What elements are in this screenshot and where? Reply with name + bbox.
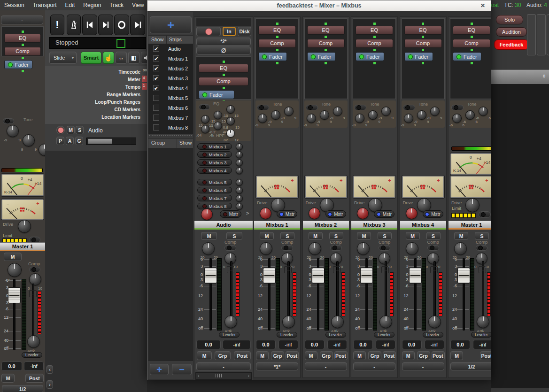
tone-enable-toggle[interactable] — [306, 105, 318, 110]
leveler-button[interactable]: Leveler — [325, 332, 346, 338]
mute-button[interactable]: M — [256, 351, 269, 360]
gain-display[interactable]: 0.0 — [450, 340, 470, 349]
peak-display[interactable]: -inf — [24, 361, 44, 371]
gain-display[interactable]: 0.0 — [1, 361, 22, 371]
track-gain-slider[interactable] — [86, 138, 136, 145]
send-button[interactable]: Mixbus 2 — [197, 151, 232, 158]
fader-handle[interactable] — [312, 268, 325, 284]
fader-handle[interactable] — [263, 268, 276, 284]
strip-mute-button[interactable]: M — [309, 232, 323, 240]
range-tool-button[interactable]: ↔ — [116, 52, 127, 64]
trim-knob[interactable] — [8, 263, 22, 277]
strip-solo-button[interactable]: S — [378, 232, 392, 240]
tone-hi-knob[interactable] — [333, 107, 342, 116]
grab-tool-button[interactable]: ☝ — [103, 52, 114, 64]
strip-visible-checkbox[interactable] — [153, 95, 159, 101]
send-button[interactable]: Mixbus 4 — [197, 167, 232, 174]
master-send-button[interactable]: Mstr — [220, 210, 241, 218]
audition-tool-button[interactable] — [141, 52, 147, 64]
send-level-knob[interactable] — [236, 187, 243, 194]
attack-knob[interactable] — [477, 315, 489, 328]
strip-solo-button[interactable]: S — [329, 232, 343, 240]
pane-splitter[interactable] — [149, 135, 192, 138]
send-button[interactable]: Mixbus 1 — [197, 143, 232, 150]
drive-knob[interactable] — [18, 220, 31, 233]
tone-lo-knob[interactable] — [452, 114, 462, 123]
leveler-button[interactable]: Leveler — [219, 332, 240, 338]
timeline-ruler[interactable]: 0 — [491, 69, 549, 85]
post-button[interactable]: Post — [383, 351, 396, 360]
post-button[interactable]: Post — [334, 351, 348, 360]
gain-display[interactable]: 0.0 — [353, 340, 373, 349]
drive-knob[interactable] — [465, 198, 479, 212]
strip-list-row[interactable]: Mixbus 5 — [148, 93, 193, 103]
comp-enable-toggle[interactable] — [379, 245, 390, 251]
mute-button[interactable]: M — [353, 351, 366, 360]
tone-mid-knob[interactable] — [23, 134, 35, 146]
eq-lo-freq-knob[interactable] — [201, 125, 209, 133]
attack-knob[interactable] — [27, 335, 40, 348]
send-level-knob[interactable] — [236, 167, 243, 174]
tone-hi-knob[interactable] — [430, 107, 440, 116]
eq-mid-gain-knob[interactable] — [214, 111, 222, 119]
pan-knob[interactable] — [406, 208, 418, 219]
processor-eq[interactable]: EQ — [4, 34, 41, 43]
fader-handle[interactable] — [409, 268, 422, 284]
processor-fader[interactable]: Fader — [356, 52, 384, 61]
ruler-label-location-markers[interactable]: Location Markers — [45, 114, 147, 121]
gain-display[interactable]: 0.0 — [305, 340, 325, 349]
track-record-arm-button[interactable] — [56, 126, 65, 134]
scroll-right-button[interactable]: › — [46, 380, 53, 389]
strip-solo-button[interactable]: S — [226, 232, 242, 240]
track-solo-button[interactable]: S — [76, 126, 84, 134]
strip-visible-checkbox[interactable] — [153, 105, 159, 111]
ruler-label-tempo[interactable]: Tempo — [45, 84, 147, 91]
output-button[interactable]: 1/2 — [450, 362, 491, 370]
peak-display[interactable]: -inf — [376, 340, 395, 349]
master-send-button[interactable]: Mstr — [325, 210, 346, 218]
comp-enable-toggle[interactable] — [281, 245, 293, 251]
output-button[interactable]: *1* — [256, 362, 298, 370]
add-group-button[interactable]: + — [150, 364, 169, 375]
gain-display[interactable]: 0.0 — [256, 340, 276, 349]
trim-knob[interactable] — [309, 242, 321, 255]
goto-start-button[interactable] — [82, 15, 97, 35]
group-button[interactable]: Grp — [368, 351, 381, 360]
eq-enable-toggle[interactable] — [199, 104, 210, 110]
comp-enable-toggle[interactable] — [224, 245, 236, 251]
fader-handle[interactable] — [204, 268, 217, 284]
strip-list-row[interactable]: ✔Mixbus 1 — [148, 54, 193, 63]
trim-knob[interactable] — [454, 242, 467, 255]
strip-mute-button[interactable]: M — [454, 232, 468, 240]
processor-fader[interactable]: Fader — [404, 52, 433, 61]
tone-mid-knob[interactable] — [368, 110, 378, 120]
tone-mid-knob[interactable] — [465, 110, 475, 120]
processor-eq[interactable]: EQ — [404, 26, 442, 35]
master-send-button[interactable]: Mstr — [374, 210, 394, 218]
track-name[interactable]: Audio — [88, 127, 103, 134]
comp-threshold-handle[interactable] — [430, 266, 438, 273]
eq-lo-gain-knob[interactable] — [201, 115, 209, 123]
eq-hi-gain-knob[interactable] — [226, 105, 235, 114]
tone-mid-knob[interactable] — [271, 110, 280, 120]
post-button[interactable]: Post — [25, 374, 44, 383]
loop-button[interactable] — [114, 15, 129, 35]
strip-visible-checkbox[interactable]: ✔ — [153, 55, 159, 61]
strip-visible-checkbox[interactable]: ✔ — [153, 46, 159, 52]
strip-mute-button[interactable]: M — [406, 232, 420, 240]
solo-master-button[interactable]: Solo — [496, 15, 523, 24]
master-send-button[interactable]: Mstr — [423, 210, 443, 218]
strip-mute-button[interactable]: M — [357, 232, 371, 240]
send-button[interactable]: Mixbus 6 — [197, 187, 232, 193]
mixer-titlebar[interactable]: feedbacktest – Mixer – Mixbus ✕ — [147, 0, 491, 11]
strip-visible-checkbox[interactable]: ✔ — [153, 75, 159, 81]
play-button[interactable] — [130, 15, 145, 35]
processor-fader[interactable]: Fader — [199, 90, 234, 99]
group-button[interactable]: Grp — [271, 351, 284, 360]
processor-fader[interactable]: Fader — [307, 52, 336, 61]
comp-threshold-handle[interactable] — [29, 290, 37, 297]
leveler-button[interactable]: Leveler — [374, 332, 394, 338]
tone-mid-knob[interactable] — [320, 110, 329, 120]
scrollbar-grip[interactable] — [216, 374, 222, 377]
comp-threshold-handle[interactable] — [284, 266, 292, 273]
